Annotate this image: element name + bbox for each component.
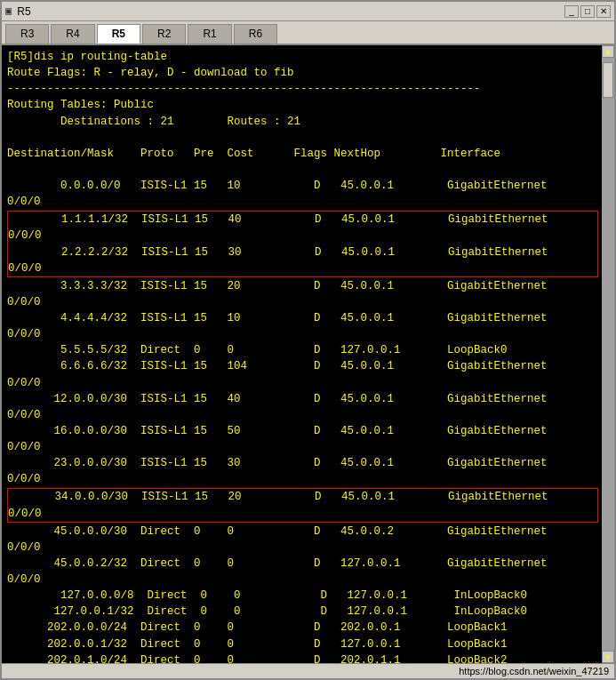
status-url: https://blog.csdn.net/weixin_47219 [459,666,609,676]
route-16000: 16.0.0.0/30 ISIS-L1 15 50 D 45.0.0.1 Gig… [7,423,598,439]
route-2222-suffix: 0/0/0 [8,260,597,276]
route-127001: 127.0.0.1/32 Direct 0 0 D 127.0.0.1 InLo… [7,604,598,620]
scroll-down-button[interactable]: ▼ [602,651,614,663]
blank2 [7,162,598,178]
route-3333-suffix: 0/0/0 [7,294,598,310]
window-controls: _ □ ✕ [564,5,611,18]
route-4444: 4.4.4.4/32 ISIS-L1 15 10 D 45.0.0.1 Giga… [7,310,598,326]
route-45002-suffix: 0/0/0 [7,572,598,588]
tab-r3[interactable]: R3 [5,24,49,44]
scrollbar[interactable]: ▲ ▼ [602,45,614,663]
maximize-button[interactable]: □ [580,5,595,18]
route-202001: 202.0.0.1/32 Direct 0 0 D 127.0.0.1 Loop… [7,636,598,652]
tab-r6[interactable]: R6 [234,24,277,44]
scroll-track[interactable] [602,58,614,651]
route-flags: Route Flags: R - relay, D - download to … [7,65,598,81]
minimize-button[interactable]: _ [564,5,579,18]
main-window: ▣ R5 _ □ ✕ R3 R4 R5 R2 R1 R6 [R5]dis ip … [0,0,616,680]
dest-routes-count: Destinations : 21 Routes : 21 [7,114,598,130]
highlight-group-1: 1.1.1.1/32 ISIS-L1 15 40 D 45.0.0.1 Giga… [7,211,598,277]
status-bar: https://blog.csdn.net/weixin_47219 [2,663,614,678]
blank1 [7,130,598,146]
tab-r5[interactable]: R5 [97,24,140,44]
tab-r4[interactable]: R4 [51,24,94,44]
tab-bar: R3 R4 R5 R2 R1 R6 [2,21,614,45]
route-45000: 45.0.0.0/30 Direct 0 0 D 45.0.0.2 Gigabi… [7,524,598,540]
route-1111: 1.1.1.1/32 ISIS-L1 15 40 D 45.0.0.1 Giga… [8,212,597,228]
route-0000: 0.0.0.0/0 ISIS-L1 15 10 D 45.0.0.1 Gigab… [7,178,598,194]
route-202000: 202.0.0.0/24 Direct 0 0 D 202.0.0.1 Loop… [7,620,598,636]
route-23000: 23.0.0.0/30 ISIS-L1 15 30 D 45.0.0.1 Gig… [7,455,598,471]
route-0000-suffix: 0/0/0 [7,194,598,210]
route-202010: 202.0.1.0/24 Direct 0 0 D 202.0.1.1 Loop… [7,652,598,663]
title-bar-left: ▣ R5 [5,4,31,18]
app-icon: ▣ [5,4,12,18]
route-12000: 12.0.0.0/30 ISIS-L1 15 40 D 45.0.0.1 Gig… [7,391,598,407]
route-4444-suffix: 0/0/0 [7,326,598,342]
terminal-output[interactable]: [R5]dis ip routing-table Route Flags: R … [2,45,614,663]
route-2222: 2.2.2.2/32 ISIS-L1 15 30 D 45.0.0.1 Giga… [8,244,597,260]
tab-r1[interactable]: R1 [188,24,231,44]
route-34000: 34.0.0.0/30 ISIS-L1 15 20 D 45.0.0.1 Gig… [8,489,597,505]
route-6666-suffix: 0/0/0 [7,375,598,391]
route-45002: 45.0.0.2/32 Direct 0 0 D 127.0.0.1 Gigab… [7,556,598,572]
route-34000-suffix: 0/0/0 [8,506,597,522]
route-6666: 6.6.6.6/32 ISIS-L1 15 104 D 45.0.0.1 Gig… [7,358,598,374]
routing-tables-header: Routing Tables: Public [7,97,598,113]
tab-r2[interactable]: R2 [142,24,186,44]
route-45000-suffix: 0/0/0 [7,540,598,556]
route-3333: 3.3.3.3/32 ISIS-L1 15 20 D 45.0.0.1 Giga… [7,278,598,294]
route-12000-suffix: 0/0/0 [7,407,598,423]
cmd-line: [R5]dis ip routing-table [7,49,598,65]
route-127008: 127.0.0.0/8 Direct 0 0 D 127.0.0.1 InLoo… [7,588,598,604]
scroll-thumb[interactable] [603,62,613,98]
highlight-group-2: 34.0.0.0/30 ISIS-L1 15 20 D 45.0.0.1 Gig… [7,488,598,522]
separator: ----------------------------------------… [7,81,598,97]
scroll-up-button[interactable]: ▲ [602,45,614,58]
title-bar: ▣ R5 _ □ ✕ [2,2,614,21]
window-title: R5 [17,5,30,18]
route-1111-suffix: 0/0/0 [8,228,597,244]
route-5555: 5.5.5.5/32 Direct 0 0 D 127.0.0.1 LoopBa… [7,342,598,358]
route-23000-suffix: 0/0/0 [7,471,598,487]
close-button[interactable]: ✕ [596,5,611,18]
column-headers: Destination/Mask Proto Pre Cost Flags Ne… [7,146,598,162]
route-16000-suffix: 0/0/0 [7,439,598,455]
